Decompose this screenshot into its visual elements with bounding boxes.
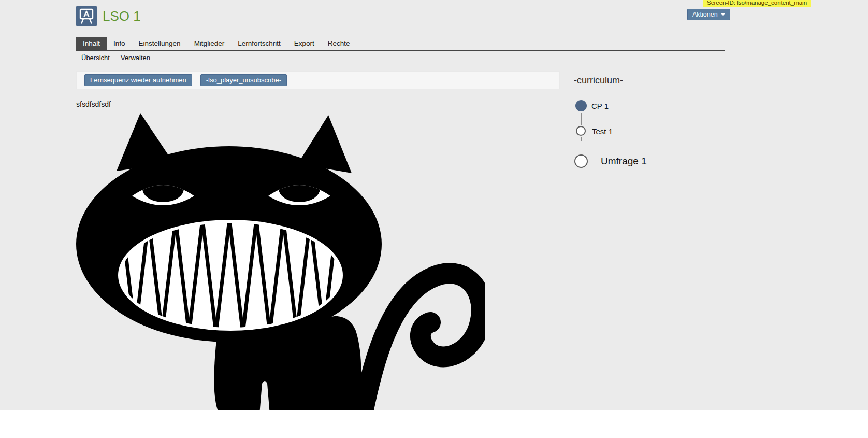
- curriculum-step-marker-umfrage1[interactable]: [574, 154, 588, 168]
- actions-dropdown-button[interactable]: Aktionen: [687, 9, 730, 20]
- curriculum-connector: [581, 113, 582, 125]
- sub-tab-bar: Übersicht Verwalten: [81, 54, 150, 62]
- tab-bar-divider: [76, 50, 725, 51]
- curriculum-connector: [581, 137, 582, 153]
- screen-id-ribbon: Screen-ID: lso/manage_content_main: [703, 0, 811, 7]
- curriculum-heading: -curriculum-: [574, 75, 740, 86]
- tab-rechte[interactable]: Rechte: [321, 37, 357, 50]
- tab-mitglieder[interactable]: Mitglieder: [187, 37, 232, 50]
- tab-einstellungen[interactable]: Einstellungen: [132, 37, 187, 50]
- curriculum-step-label-test1[interactable]: Test 1: [592, 127, 613, 136]
- actions-dropdown-label: Aktionen: [692, 11, 718, 18]
- curriculum-step-label-umfrage1[interactable]: Umfrage 1: [601, 156, 647, 167]
- main-tab-bar: Inhalt Info Einstellungen Mitglieder Ler…: [76, 37, 357, 50]
- grinning-cat-illustration: [76, 113, 485, 410]
- toolbar: Lernsequenz wieder aufnehmen -lso_player…: [76, 71, 560, 89]
- subtab-verwalten[interactable]: Verwalten: [121, 54, 150, 62]
- caret-down-icon: [721, 13, 725, 16]
- tab-lernfortschritt[interactable]: Lernfortschritt: [231, 37, 287, 50]
- resume-learning-sequence-button[interactable]: Lernsequenz wieder aufnehmen: [84, 74, 192, 86]
- subtab-uebersicht[interactable]: Übersicht: [81, 54, 110, 62]
- tab-info[interactable]: Info: [107, 37, 132, 50]
- curriculum-panel: -curriculum- CP 1 Test 1 Umfrage 1: [574, 71, 740, 206]
- page-footer: [0, 410, 868, 438]
- lso-page: Screen-ID: lso/manage_content_main LSO 1…: [0, 0, 868, 438]
- page-title: LSO 1: [103, 8, 141, 24]
- curriculum-step-marker-cp1[interactable]: [575, 100, 587, 111]
- curriculum-step-marker-test1[interactable]: [576, 126, 586, 136]
- lso-easel-logo-icon: [76, 6, 97, 26]
- curriculum-step-label-cp1[interactable]: CP 1: [591, 102, 609, 110]
- lso-player-unsubscribe-button[interactable]: -lso_player_unsubscribe-: [200, 74, 287, 86]
- object-description: sfsdfsdfsdf: [76, 100, 111, 108]
- tab-inhalt[interactable]: Inhalt: [76, 37, 107, 50]
- tab-export[interactable]: Export: [287, 37, 321, 50]
